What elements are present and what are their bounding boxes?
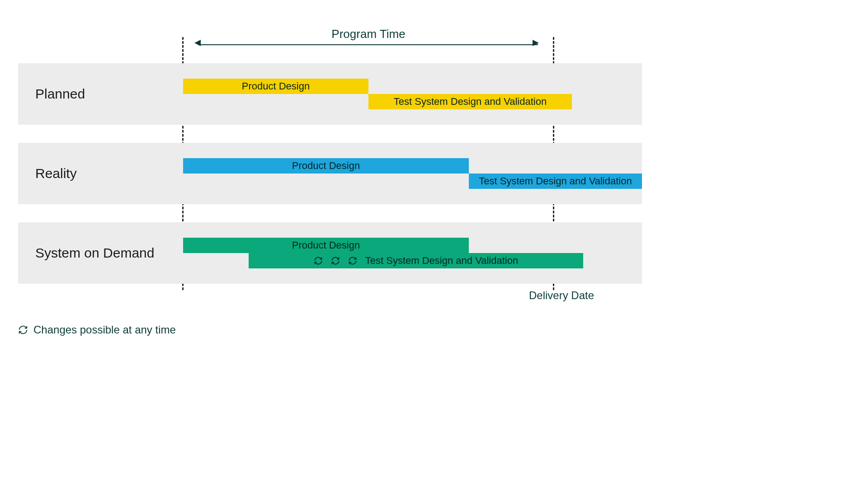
axis-arrow-line — [198, 44, 538, 45]
row-reality: Reality Product Design Test System Desig… — [18, 143, 642, 204]
cycle-icon — [348, 256, 357, 265]
cycle-icon — [331, 256, 340, 265]
timeline-chart: Program Time Planned Product Design Test… — [0, 0, 868, 488]
delivery-date-label: Delivery Date — [529, 289, 594, 302]
row-label-planned: Planned — [35, 86, 85, 102]
cycle-icon — [18, 325, 28, 335]
bar-reality-product-design: Product Design — [183, 158, 469, 174]
row-planned: Planned Product Design Test System Desig… — [18, 63, 642, 125]
arrow-left-icon — [194, 40, 201, 46]
arrow-right-icon — [533, 40, 539, 46]
bar-planned-product-design: Product Design — [183, 79, 368, 94]
row-system-on-demand: System on Demand Product Design Test Sys… — [18, 222, 642, 284]
legend: Changes possible at any time — [18, 324, 176, 336]
row-label-sod: System on Demand — [35, 245, 154, 261]
bar-sod-test-system-label: Test System Design and Validation — [365, 255, 518, 267]
axis-label: Program Time — [183, 27, 554, 41]
legend-text: Changes possible at any time — [33, 324, 176, 336]
bar-sod-product-design: Product Design — [183, 238, 469, 253]
row-label-reality: Reality — [35, 166, 77, 181]
bar-planned-test-system: Test System Design and Validation — [368, 94, 572, 109]
cycle-icon — [314, 256, 323, 265]
bar-sod-test-system: Test System Design and Validation — [249, 253, 583, 268]
bar-reality-test-system: Test System Design and Validation — [469, 174, 642, 189]
